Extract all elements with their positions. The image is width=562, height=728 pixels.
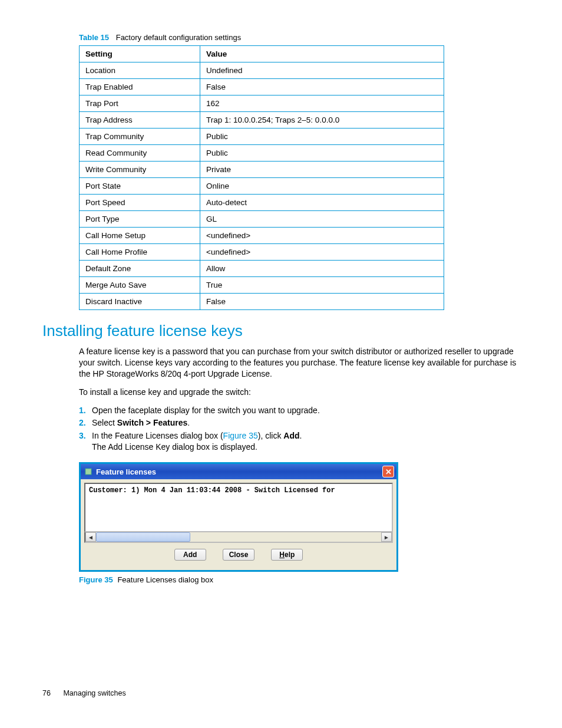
- table-title: Factory default configuration settings: [116, 33, 241, 42]
- cell-value: Trap 1: 10.0.0.254; Traps 2–5: 0.0.0.0: [200, 112, 444, 129]
- step-1: 1. Open the faceplate display for the sw…: [92, 405, 520, 416]
- figure-caption: Figure 35 Feature Licenses dialog box: [79, 575, 520, 584]
- cell-setting: Port Speed: [80, 195, 200, 211]
- cell-setting: Read Community: [80, 145, 200, 162]
- settings-table: Setting Value LocationUndefinedTrap Enab…: [79, 45, 444, 310]
- cell-value: Public: [200, 145, 444, 162]
- cell-setting: Call Home Profile: [80, 244, 200, 261]
- scroll-left-icon[interactable]: ◄: [85, 532, 96, 542]
- cell-value: Online: [200, 178, 444, 195]
- intro-paragraph: A feature license key is a password that…: [79, 346, 520, 380]
- step-text: .: [187, 418, 190, 427]
- step-2: 2. Select Switch > Features.: [92, 417, 520, 429]
- col-setting: Setting: [80, 46, 200, 62]
- list-item: Customer: 1) Mon 4 Jan 11:03:44 2008 - S…: [89, 486, 388, 495]
- cell-setting: Default Zone: [80, 261, 200, 277]
- cell-value: Auto-detect: [200, 195, 444, 211]
- table-row: Port TypeGL: [80, 211, 444, 228]
- step-number: 2.: [79, 417, 86, 429]
- dialog-title: Feature licenses: [96, 467, 156, 476]
- figure-title: Feature Licenses dialog box: [117, 575, 213, 584]
- figure-label: Figure 35: [79, 575, 113, 584]
- table-row: Default ZoneAllow: [80, 261, 444, 277]
- cell-setting: Location: [80, 62, 200, 79]
- table-row: Read CommunityPublic: [80, 145, 444, 162]
- cell-setting: Trap Address: [80, 112, 200, 129]
- scroll-thumb[interactable]: [96, 532, 190, 542]
- table-row: Port StateOnline: [80, 178, 444, 195]
- col-value: Value: [200, 46, 444, 62]
- cell-value: False: [200, 79, 444, 95]
- step-text: Select: [92, 418, 117, 427]
- step-text: .: [300, 431, 302, 440]
- table-row: Trap Port162: [80, 95, 444, 112]
- step-number: 1.: [79, 405, 86, 416]
- scroll-right-icon[interactable]: ►: [381, 532, 392, 542]
- table-row: Trap CommunityPublic: [80, 129, 444, 145]
- cell-value: GL: [200, 211, 444, 228]
- table-header-row: Setting Value: [80, 46, 444, 62]
- step-3: 3. In the Feature Licenses dialog box (F…: [92, 430, 520, 453]
- table-row: Discard InactiveFalse: [80, 294, 444, 310]
- step-bold: Add: [283, 431, 299, 440]
- step-text: ), click: [258, 431, 284, 440]
- table-row: LocationUndefined: [80, 62, 444, 79]
- section-heading: Installing feature license keys: [42, 322, 520, 340]
- table-row: Trap AddressTrap 1: 10.0.0.254; Traps 2–…: [80, 112, 444, 129]
- close-dialog-button[interactable]: Close: [223, 549, 255, 561]
- cell-setting: Port Type: [80, 211, 200, 228]
- add-button[interactable]: Add: [174, 549, 206, 561]
- cell-value: Private: [200, 162, 444, 178]
- step-text: Open the faceplate display for the switc…: [92, 406, 320, 415]
- cell-value: True: [200, 277, 444, 294]
- cell-setting: Write Community: [80, 162, 200, 178]
- cell-setting: Trap Community: [80, 129, 200, 145]
- titlebar: Feature licenses ✕: [81, 464, 396, 479]
- footer-section: Managing switches: [63, 689, 125, 697]
- scroll-track[interactable]: [96, 532, 381, 542]
- cell-value: Allow: [200, 261, 444, 277]
- cell-value: <undefined>: [200, 228, 444, 244]
- cell-value: <undefined>: [200, 244, 444, 261]
- lead-paragraph: To install a license key and upgrade the…: [79, 387, 520, 398]
- step-line2: The Add License Key dialog box is displa…: [92, 442, 520, 453]
- feature-licenses-dialog: Feature licenses ✕ Customer: 1) Mon 4 Ja…: [79, 462, 398, 572]
- table-row: Write CommunityPrivate: [80, 162, 444, 178]
- table-caption: Table 15 Factory default configuration s…: [79, 33, 520, 42]
- help-mnemonic: H: [279, 551, 285, 559]
- cell-value: False: [200, 294, 444, 310]
- cell-value: Public: [200, 129, 444, 145]
- cell-setting: Port State: [80, 178, 200, 195]
- app-icon: [84, 467, 92, 476]
- table-row: Call Home Profile<undefined>: [80, 244, 444, 261]
- figure-link[interactable]: Figure 35: [223, 431, 258, 440]
- table-row: Trap EnabledFalse: [80, 79, 444, 95]
- help-rest: elp: [285, 551, 295, 559]
- help-button[interactable]: Help: [271, 549, 303, 561]
- step-number: 3.: [79, 430, 86, 442]
- cell-value: 162: [200, 95, 444, 112]
- cell-setting: Discard Inactive: [80, 294, 200, 310]
- table-row: Port SpeedAuto-detect: [80, 195, 444, 211]
- steps-list: 1. Open the faceplate display for the sw…: [79, 405, 520, 453]
- page-footer: 76 Managing switches: [42, 689, 126, 697]
- cell-setting: Call Home Setup: [80, 228, 200, 244]
- table-row: Merge Auto SaveTrue: [80, 277, 444, 294]
- cell-setting: Trap Enabled: [80, 79, 200, 95]
- svg-rect-0: [85, 469, 91, 475]
- close-button[interactable]: ✕: [382, 466, 394, 477]
- page-number: 76: [42, 689, 51, 697]
- cell-setting: Trap Port: [80, 95, 200, 112]
- step-text: In the Feature Licenses dialog box (: [92, 431, 223, 440]
- horizontal-scrollbar[interactable]: ◄ ►: [84, 532, 393, 543]
- step-bold: Switch > Features: [117, 418, 187, 427]
- license-listbox[interactable]: Customer: 1) Mon 4 Jan 11:03:44 2008 - S…: [84, 483, 393, 532]
- cell-setting: Merge Auto Save: [80, 277, 200, 294]
- table-row: Call Home Setup<undefined>: [80, 228, 444, 244]
- cell-value: Undefined: [200, 62, 444, 79]
- table-label: Table 15: [79, 33, 109, 42]
